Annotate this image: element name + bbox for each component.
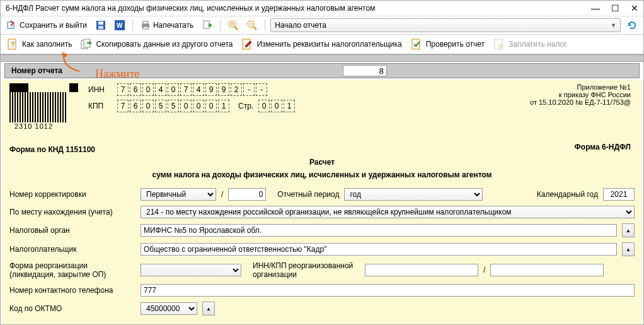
zoom-in-button[interactable] xyxy=(226,19,241,32)
edit-requisites-button[interactable]: Изменить реквизиты налогоплательщика xyxy=(241,38,401,50)
place-select[interactable]: 214 - по месту нахождения российской орг… xyxy=(141,206,635,218)
action-bar: ? Как заполнить Скопировать данные из др… xyxy=(1,35,643,54)
page-arrow-icon xyxy=(202,20,212,30)
form-code: Форма по КНД 1151100 xyxy=(9,145,635,154)
report-number-input[interactable] xyxy=(343,65,387,76)
separator-strip xyxy=(1,54,643,62)
reorg-label: Форма реорганизации (ликвидация, закрыти… xyxy=(9,261,135,279)
zoom-out-icon xyxy=(247,20,257,30)
oktmo-up-button[interactable]: ▲ xyxy=(202,302,215,316)
correction-number-input[interactable] xyxy=(228,188,266,201)
close-icon[interactable]: ✕ xyxy=(631,3,638,13)
tax-org-input[interactable] xyxy=(141,224,617,237)
tax-org-label: Налоговый орган xyxy=(9,226,135,235)
oktmo-select[interactable]: 45000000 xyxy=(141,302,197,315)
word-icon: W xyxy=(115,20,125,30)
inn-label: ИНН xyxy=(88,85,112,94)
edit-page-icon xyxy=(241,38,253,50)
chevron-down-icon: ▼ xyxy=(611,22,616,28)
pay-icon xyxy=(493,38,505,50)
save-exit-icon xyxy=(7,20,17,30)
window-title: 6-НДФЛ Расчет сумм налога на доходы физи… xyxy=(6,4,375,13)
barcode-number: 2310 1012 xyxy=(14,122,53,130)
svg-text:W: W xyxy=(117,22,123,29)
correction-select[interactable]: Первичный xyxy=(141,188,216,201)
maximize-icon[interactable]: ☐ xyxy=(611,3,619,13)
svg-rect-9 xyxy=(204,21,209,28)
phone-label: Номер контактного телефона xyxy=(9,286,135,295)
kpp-cells[interactable]: 760550001 xyxy=(117,100,229,112)
diskette-icon xyxy=(96,20,106,30)
payer-label: Налогоплательщик xyxy=(9,245,135,254)
svg-rect-2 xyxy=(98,21,103,25)
phone-input[interactable] xyxy=(141,284,635,297)
kpp-label: КПП xyxy=(88,102,112,110)
check-report-button[interactable]: Проверить отчет xyxy=(411,38,485,50)
tax-org-up-button[interactable]: ▲ xyxy=(622,223,635,237)
year-label: Календарный год xyxy=(537,190,598,199)
year-input[interactable] xyxy=(603,188,635,201)
period-select[interactable]: год xyxy=(344,188,483,201)
payer-up-button[interactable]: ▲ xyxy=(622,242,635,256)
print-button[interactable]: Напечатать xyxy=(138,19,196,32)
save-exit-button[interactable]: Сохранить и выйти xyxy=(4,19,89,32)
refresh-icon xyxy=(627,20,637,30)
svg-text:?: ? xyxy=(11,40,15,48)
check-page-icon xyxy=(411,38,422,50)
svg-line-15 xyxy=(253,27,256,30)
howto-button[interactable]: ? Как заполнить xyxy=(7,38,72,50)
export-button[interactable] xyxy=(200,19,215,32)
minimize-icon[interactable]: — xyxy=(591,3,600,13)
doc-title-1: Расчет xyxy=(9,158,635,167)
page-cells: 001 xyxy=(258,100,295,112)
svg-rect-7 xyxy=(143,21,148,24)
refresh-button[interactable] xyxy=(624,19,640,32)
help-page-icon: ? xyxy=(7,38,18,50)
report-number-label: Номер отчета xyxy=(5,66,69,75)
word-button[interactable]: W xyxy=(112,19,127,32)
printer-icon xyxy=(141,20,151,30)
document-body: 2310 1012 ИНН 7604074992-- КПП 760550001… xyxy=(2,80,642,325)
period-label: Отчетный период xyxy=(277,190,339,199)
copy-data-button[interactable]: Скопировать данные из другого отчета xyxy=(81,38,233,50)
svg-rect-3 xyxy=(98,26,103,29)
report-number-bar: Номер отчета xyxy=(4,63,640,78)
payer-input[interactable] xyxy=(141,243,617,256)
reorg-kpp-input[interactable] xyxy=(490,264,604,276)
page-label: Стр. xyxy=(238,102,253,110)
place-label: По месту нахождения (учета) xyxy=(9,208,135,216)
reorg-select[interactable] xyxy=(141,264,241,276)
svg-rect-22 xyxy=(412,39,420,49)
doc-title-2: сумм налога на доходы физических лиц, ис… xyxy=(9,170,635,179)
appendix-info: Приложение №1 к приказу ФНС России от 15… xyxy=(530,83,635,127)
reorg-inn-input[interactable] xyxy=(365,264,478,276)
oktmo-label: Код по ОКТМО xyxy=(9,304,135,313)
zoom-out-button[interactable] xyxy=(244,19,260,32)
pay-tax-button: Заплатить налог xyxy=(493,38,567,50)
correction-label: Номер корректировки xyxy=(9,190,135,199)
copy-page-icon xyxy=(81,38,92,50)
section-combo[interactable]: Начало отчета ▼ xyxy=(270,18,621,32)
svg-rect-8 xyxy=(143,27,148,29)
svg-point-24 xyxy=(498,44,503,49)
barcode: 2310 1012 xyxy=(9,83,72,127)
zoom-in-icon xyxy=(228,20,238,30)
form-name-right: Форма 6-НДФЛ xyxy=(575,143,631,151)
reorg-inn-label: ИНН/КПП реорганизованной организации xyxy=(253,261,360,279)
main-toolbar: Сохранить и выйти W Напечатать Начало от… xyxy=(1,16,643,35)
save-button[interactable] xyxy=(93,19,108,32)
inn-cells[interactable]: 7604074992-- xyxy=(117,83,267,96)
svg-line-11 xyxy=(234,27,238,30)
titlebar: 6-НДФЛ Расчет сумм налога на доходы физи… xyxy=(1,1,643,16)
